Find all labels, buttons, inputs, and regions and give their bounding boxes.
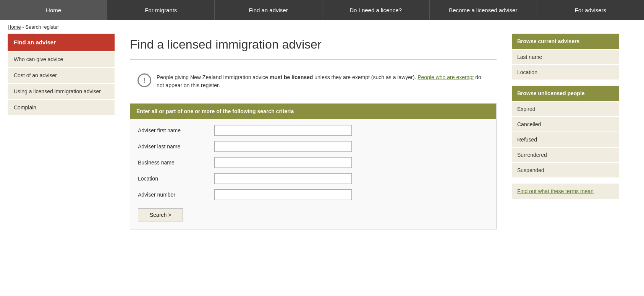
terms-link[interactable]: Find out what these terms mean xyxy=(517,188,594,194)
sidebar-item-complain[interactable]: Complain xyxy=(8,100,115,115)
nav-home[interactable]: Home xyxy=(0,0,107,20)
label-adviser-number: Adviser number xyxy=(138,192,214,198)
browse-unlicensed-header: Browse unlicensed people xyxy=(512,86,619,101)
breadcrumb: Home - Search register xyxy=(0,20,644,34)
form-row-first-name: Adviser first name xyxy=(138,125,489,136)
label-business-name: Business name xyxy=(138,159,214,166)
browse-current-section: Browse current advisers Last name Locati… xyxy=(512,34,619,80)
browse-suspended[interactable]: Suspended xyxy=(512,163,619,177)
label-last-name: Adviser last name xyxy=(138,143,214,150)
warning-icon: ! xyxy=(138,73,151,87)
notice-box: ! People giving New Zealand Immigration … xyxy=(130,67,497,96)
input-location[interactable] xyxy=(214,173,352,184)
page-title: Find a licensed immigration adviser xyxy=(130,37,497,60)
sidebar-active-item[interactable]: Find an adviser xyxy=(8,34,115,51)
browse-current-header: Browse current advisers xyxy=(512,34,619,49)
form-row-adviser-number: Adviser number xyxy=(138,189,489,200)
browse-expired[interactable]: Expired xyxy=(512,102,619,116)
form-row-location: Location xyxy=(138,173,489,184)
browse-last-name[interactable]: Last name xyxy=(512,50,619,64)
exempt-people-link[interactable]: People who are exempt xyxy=(417,74,474,80)
form-row-last-name: Adviser last name xyxy=(138,141,489,152)
sidebar-item-using-adviser[interactable]: Using a licensed immigration adviser xyxy=(8,84,115,99)
nav-for-advisers[interactable]: For advisers xyxy=(537,0,644,20)
browse-location[interactable]: Location xyxy=(512,65,619,80)
notice-text: People giving New Zealand Immigration ad… xyxy=(157,73,489,89)
input-business-name[interactable] xyxy=(214,157,352,168)
search-button[interactable]: Search > xyxy=(138,208,183,221)
form-row-business-name: Business name xyxy=(138,157,489,168)
sidebar-item-cost[interactable]: Cost of an adviser xyxy=(8,68,115,83)
search-form-box: Enter all or part of one or more of the … xyxy=(130,103,497,229)
nav-for-migrants[interactable]: For migrants xyxy=(107,0,215,20)
nav-become-adviser[interactable]: Become a licensed adviser xyxy=(430,0,537,20)
sidebar-item-who-can-give-advice[interactable]: Who can give advice xyxy=(8,52,115,67)
input-last-name[interactable] xyxy=(214,141,352,152)
input-first-name[interactable] xyxy=(214,125,352,136)
input-adviser-number[interactable] xyxy=(214,189,352,200)
main-content: Find a licensed immigration adviser ! Pe… xyxy=(122,34,504,233)
nav-find-adviser[interactable]: Find an adviser xyxy=(215,0,322,20)
left-sidebar: Find an adviser Who can give advice Cost… xyxy=(8,34,115,233)
top-navigation: Home For migrants Find an adviser Do I n… xyxy=(0,0,644,20)
right-sidebar: Browse current advisers Last name Locati… xyxy=(512,34,619,233)
search-form-header: Enter all or part of one or more of the … xyxy=(130,104,496,119)
browse-surrendered[interactable]: Surrendered xyxy=(512,148,619,162)
browse-cancelled[interactable]: Cancelled xyxy=(512,117,619,132)
breadcrumb-home[interactable]: Home xyxy=(8,24,21,30)
breadcrumb-current: Search register xyxy=(25,24,59,30)
terms-link-box: Find out what these terms mean xyxy=(512,184,619,199)
label-first-name: Adviser first name xyxy=(138,127,214,133)
browse-refused[interactable]: Refused xyxy=(512,132,619,147)
nav-do-i-need-licence[interactable]: Do I need a licence? xyxy=(322,0,430,20)
label-location: Location xyxy=(138,176,214,182)
browse-unlicensed-section: Browse unlicensed people Expired Cancell… xyxy=(512,86,619,177)
search-form: Adviser first name Adviser last name Bus… xyxy=(130,119,496,229)
